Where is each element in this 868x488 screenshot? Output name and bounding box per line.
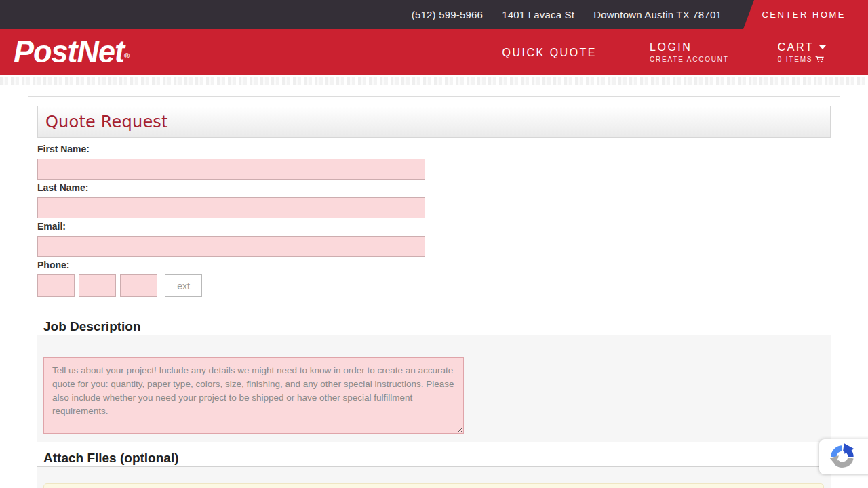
top-utility-bar: (512) 599-5966 1401 Lavaca St Downtown A… bbox=[0, 0, 868, 29]
phone-ext-input[interactable] bbox=[165, 274, 202, 297]
quote-request-form: First Name: Last Name: Email: Phone: Job… bbox=[37, 144, 831, 488]
last-name-input[interactable] bbox=[37, 197, 425, 218]
page-title: Quote Request bbox=[45, 113, 168, 131]
quote-request-container: Quote Request First Name: Last Name: Ema… bbox=[28, 96, 840, 488]
center-home-link[interactable]: CENTER HOME bbox=[762, 0, 846, 29]
email-input[interactable] bbox=[37, 236, 425, 257]
center-city: Downtown Austin TX 78701 bbox=[593, 9, 722, 20]
first-name-input[interactable] bbox=[37, 159, 425, 180]
nav-create-account[interactable]: CREATE ACCOUNT bbox=[650, 56, 729, 63]
phone-area-input[interactable] bbox=[37, 274, 75, 297]
file-dropzone[interactable] bbox=[43, 483, 824, 488]
postnet-logo[interactable]: PostNet® bbox=[14, 37, 130, 68]
job-description-panel bbox=[37, 335, 831, 442]
job-description-textarea[interactable] bbox=[43, 357, 464, 434]
phone-input-group bbox=[37, 274, 831, 297]
center-street: 1401 Lavaca St bbox=[502, 9, 574, 20]
page-title-panel: Quote Request bbox=[37, 106, 831, 138]
cart-icon bbox=[815, 56, 824, 63]
location-info-strip: (512) 599-5966 1401 Lavaca St Downtown A… bbox=[0, 0, 754, 29]
phone-label: Phone: bbox=[37, 260, 831, 270]
nav-login[interactable]: LOGIN bbox=[650, 41, 729, 54]
nav-cart[interactable]: CART bbox=[778, 41, 826, 54]
center-phone: (512) 599-5966 bbox=[412, 9, 483, 20]
recaptcha-badge[interactable] bbox=[819, 439, 868, 474]
registered-mark: ® bbox=[124, 52, 130, 60]
phone-line-input[interactable] bbox=[120, 274, 157, 297]
nav-cart-group[interactable]: CART 0 ITEMS bbox=[778, 41, 826, 63]
decorative-texture-band bbox=[0, 77, 868, 85]
job-description-heading: Job Description bbox=[43, 319, 831, 334]
first-name-label: First Name: bbox=[37, 144, 831, 155]
attach-files-heading: Attach Files (optional) bbox=[43, 451, 831, 466]
email-label: Email: bbox=[37, 222, 831, 232]
last-name-label: Last Name: bbox=[37, 183, 831, 193]
attach-files-panel bbox=[37, 466, 831, 488]
recaptcha-logo-icon bbox=[829, 443, 856, 470]
main-navbar: PostNet® QUICK QUOTE LOGIN CREATE ACCOUN… bbox=[0, 29, 868, 75]
nav-login-group[interactable]: LOGIN CREATE ACCOUNT bbox=[650, 41, 729, 63]
nav-cart-items: 0 ITEMS bbox=[778, 56, 826, 63]
chevron-down-icon bbox=[819, 45, 826, 49]
phone-prefix-input[interactable] bbox=[79, 274, 116, 297]
nav-quick-quote[interactable]: QUICK QUOTE bbox=[502, 47, 597, 59]
